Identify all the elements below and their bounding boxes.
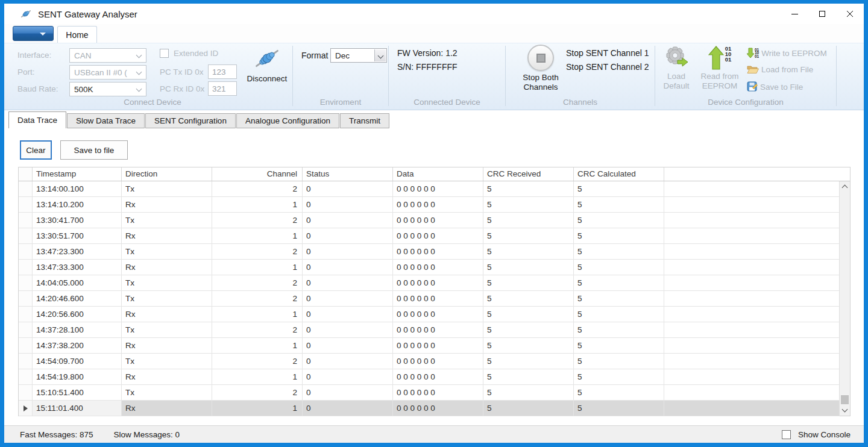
row-selector-cell[interactable] bbox=[19, 322, 33, 337]
table-cell[interactable]: 0 bbox=[303, 275, 393, 290]
table-cell[interactable]: 5 bbox=[574, 322, 664, 337]
table-row[interactable]: 15:11:01.400Rx100 0 0 0 0 055 bbox=[19, 401, 840, 416]
clear-button[interactable]: Clear bbox=[20, 140, 52, 160]
table-cell[interactable]: Tx bbox=[122, 213, 212, 228]
table-cell[interactable]: 5 bbox=[574, 354, 664, 369]
table-cell[interactable]: 5 bbox=[483, 338, 574, 353]
table-cell[interactable]: 0 bbox=[303, 181, 393, 196]
table-row[interactable]: 13:30:41.700Tx200 0 0 0 0 055 bbox=[19, 213, 840, 228]
interface-select[interactable]: CAN bbox=[69, 48, 146, 63]
tab-analogue-configuration[interactable]: Analogue Configuration bbox=[236, 113, 339, 128]
save-to-file-ribbon-button[interactable]: Save to File bbox=[747, 81, 803, 92]
table-cell[interactable]: 1 bbox=[212, 307, 303, 322]
table-cell[interactable]: 5 bbox=[483, 401, 574, 416]
table-cell[interactable]: 13:47:33.300 bbox=[33, 260, 122, 275]
table-cell[interactable]: 2 bbox=[212, 322, 303, 337]
table-row[interactable]: 13:47:23.300Tx200 0 0 0 0 055 bbox=[19, 244, 840, 260]
table-cell[interactable]: 1 bbox=[212, 197, 303, 212]
table-cell[interactable]: 14:37:28.100 bbox=[33, 322, 122, 337]
row-selector-cell[interactable] bbox=[19, 369, 33, 384]
table-cell[interactable]: 5 bbox=[483, 228, 574, 243]
table-cell[interactable]: 5 bbox=[574, 260, 664, 275]
table-cell[interactable]: 0 bbox=[303, 322, 393, 337]
table-cell[interactable]: 5 bbox=[483, 291, 574, 306]
tab-transmit[interactable]: Transmit bbox=[340, 113, 389, 128]
table-cell[interactable]: 2 bbox=[212, 213, 303, 228]
table-cell[interactable]: Tx bbox=[122, 291, 212, 306]
row-selector-cell[interactable] bbox=[19, 244, 33, 259]
table-cell[interactable]: 5 bbox=[574, 275, 664, 290]
table-cell[interactable]: 0 bbox=[303, 291, 393, 306]
table-cell[interactable]: 2 bbox=[212, 291, 303, 306]
row-selector-cell[interactable] bbox=[19, 338, 33, 353]
table-cell[interactable]: 1 bbox=[212, 260, 303, 275]
table-cell[interactable]: Rx bbox=[122, 197, 212, 212]
table-cell[interactable]: 0 0 0 0 0 0 bbox=[393, 260, 483, 275]
column-header-channel[interactable]: Channel bbox=[212, 167, 303, 181]
pc-tx-id-field[interactable] bbox=[208, 64, 237, 79]
column-header-status[interactable]: Status bbox=[303, 167, 393, 181]
table-cell[interactable]: 0 0 0 0 0 0 bbox=[393, 213, 483, 228]
table-row[interactable]: 14:37:38.200Rx100 0 0 0 0 055 bbox=[19, 338, 840, 354]
table-row[interactable]: 13:47:33.300Rx100 0 0 0 0 055 bbox=[19, 260, 840, 275]
row-selector-cell[interactable] bbox=[19, 260, 33, 275]
row-selector-cell[interactable] bbox=[19, 228, 33, 243]
table-cell[interactable]: 13:30:51.700 bbox=[33, 228, 122, 243]
row-selector-cell[interactable] bbox=[19, 385, 33, 400]
stop-sent-channel-1[interactable]: Stop SENT Channel 1 bbox=[566, 48, 649, 58]
table-cell[interactable]: 13:30:41.700 bbox=[33, 213, 122, 228]
table-cell[interactable]: 0 0 0 0 0 0 bbox=[393, 197, 483, 212]
table-cell[interactable]: 2 bbox=[212, 385, 303, 400]
table-cell[interactable]: 5 bbox=[574, 244, 664, 259]
table-cell[interactable]: 0 bbox=[303, 354, 393, 369]
table-cell[interactable]: 2 bbox=[212, 354, 303, 369]
table-cell[interactable]: 1 bbox=[212, 228, 303, 243]
load-default-button[interactable]: Load Default bbox=[659, 46, 694, 91]
table-cell[interactable]: 5 bbox=[483, 354, 574, 369]
table-cell[interactable]: Rx bbox=[122, 307, 212, 322]
format-select[interactable]: Dec bbox=[330, 48, 387, 63]
table-cell[interactable]: 13:14:00.100 bbox=[33, 181, 122, 196]
column-header-crc-received[interactable]: CRC Received bbox=[483, 167, 574, 181]
table-cell[interactable]: 5 bbox=[574, 213, 664, 228]
row-selector-cell[interactable] bbox=[19, 291, 33, 306]
table-row[interactable]: 13:14:00.100Tx200 0 0 0 0 055 bbox=[19, 181, 840, 197]
table-row[interactable]: 14:37:28.100Tx200 0 0 0 0 055 bbox=[19, 322, 840, 338]
scroll-down-button[interactable] bbox=[840, 405, 850, 416]
vertical-scrollbar[interactable] bbox=[839, 181, 850, 416]
table-row[interactable]: 15:10:51.400Tx200 0 0 0 0 055 bbox=[19, 385, 840, 401]
extended-id-checkbox[interactable] bbox=[160, 49, 169, 58]
table-cell[interactable]: 0 bbox=[303, 401, 393, 416]
table-cell[interactable]: 0 0 0 0 0 0 bbox=[393, 322, 483, 337]
column-header-crc-calculated[interactable]: CRC Calculated bbox=[574, 167, 664, 181]
baud-rate-select[interactable]: 500K bbox=[69, 82, 146, 96]
row-selector-cell[interactable] bbox=[19, 197, 33, 212]
table-row[interactable]: 14:04:05.000Tx200 0 0 0 0 055 bbox=[19, 275, 840, 291]
table-cell[interactable]: 14:20:56.600 bbox=[33, 307, 122, 322]
close-button[interactable] bbox=[836, 4, 864, 24]
table-cell[interactable]: Rx bbox=[122, 401, 212, 416]
tab-sent-configuration[interactable]: SENT Configuration bbox=[145, 113, 236, 128]
table-cell[interactable]: 5 bbox=[574, 385, 664, 400]
table-cell[interactable]: 2 bbox=[212, 244, 303, 259]
table-cell[interactable]: 5 bbox=[574, 307, 664, 322]
table-cell[interactable]: 5 bbox=[483, 244, 574, 259]
table-cell[interactable]: 0 0 0 0 0 0 bbox=[393, 401, 483, 416]
table-row[interactable]: 14:20:56.600Rx100 0 0 0 0 055 bbox=[19, 307, 840, 322]
stop-sent-channel-2[interactable]: Stop SENT Channel 2 bbox=[566, 62, 649, 72]
table-cell[interactable]: 15:11:01.400 bbox=[33, 401, 122, 416]
table-cell[interactable]: Tx bbox=[122, 354, 212, 369]
table-cell[interactable]: 15:10:51.400 bbox=[33, 385, 122, 400]
table-cell[interactable]: 0 0 0 0 0 0 bbox=[393, 181, 483, 196]
scrollbar-thumb[interactable] bbox=[841, 395, 849, 404]
read-from-eeprom-button[interactable]: 01 10 01 Read from EEPROM bbox=[695, 46, 744, 91]
table-cell[interactable]: 5 bbox=[483, 322, 574, 337]
column-header-direction[interactable]: Direction bbox=[122, 167, 212, 181]
table-cell[interactable]: 14:20:46.600 bbox=[33, 291, 122, 306]
table-cell[interactable]: 0 bbox=[303, 213, 393, 228]
port-select[interactable]: USBcan II #0 ( bbox=[69, 65, 146, 80]
table-cell[interactable]: 0 bbox=[303, 307, 393, 322]
table-cell[interactable]: 5 bbox=[574, 181, 664, 196]
table-cell[interactable]: 5 bbox=[483, 213, 574, 228]
maximize-button[interactable] bbox=[808, 4, 836, 24]
